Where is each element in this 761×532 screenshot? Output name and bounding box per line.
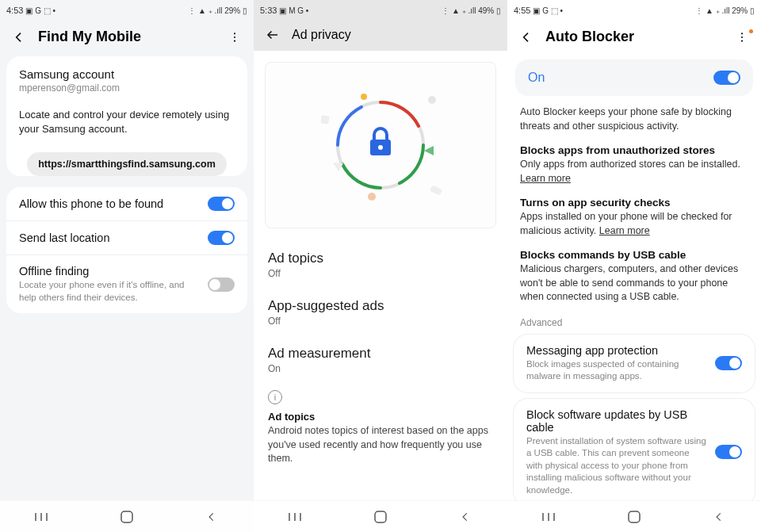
svg-point-0 [234,33,235,34]
section-body: Malicious chargers, computers, and other… [520,262,748,304]
screen-find-my-mobile: 4:53 ▣ G ⬚ • ⋮ ▲ ₊ .ıll 29% ▯ Find My Mo… [0,0,254,532]
account-description: Locate and control your device remotely … [6,105,247,146]
setting-subtitle: Block images suspected of containing mal… [526,358,707,383]
nav-recents-icon[interactable] [542,510,556,524]
more-icon[interactable] [734,29,750,45]
setting-send-last-location[interactable]: Send last location [6,220,247,255]
nav-back-icon[interactable] [458,510,472,524]
nav-home-icon[interactable] [373,510,388,524]
find-url-link[interactable]: https://smartthingsfind.samsung.com [27,152,227,176]
setting-title: Messaging app protection [526,344,707,357]
page-title: Auto Blocker [545,29,723,45]
privacy-hero-image [265,62,496,228]
back-icon[interactable] [265,27,281,43]
back-icon[interactable] [11,29,27,45]
account-title: Samsung account [19,67,235,81]
back-icon[interactable] [518,29,534,45]
learn-more-link[interactable]: Learn more [520,173,571,184]
notification-dot-icon [749,29,753,33]
status-left-icons: ▣ G ⬚ • [25,6,55,15]
nav-back-icon[interactable] [205,510,219,524]
item-ad-topics[interactable]: Ad topics Off [268,243,493,290]
status-time: 4:55 [514,6,530,15]
svg-rect-15 [430,185,442,195]
nav-bar [507,500,761,532]
svg-rect-21 [375,511,386,522]
svg-point-10 [378,145,383,150]
toggle-block-usb-updates[interactable] [715,445,742,459]
footnote-title: Ad topics [268,411,493,423]
svg-point-23 [741,36,743,37]
settings-card: Allow this phone to be found Send last l… [6,187,247,313]
nav-home-icon[interactable] [120,510,134,524]
header: Ad privacy [254,21,507,51]
screen-ad-privacy: 5:33 ▣ M G • ⋮ ▲ ₊ .ıll 49% ▯ Ad privacy [254,0,507,532]
item-subtitle: Off [268,268,493,279]
page-title: Find My Mobile [38,29,216,45]
nav-recents-icon[interactable] [289,510,303,524]
setting-title: Allow this phone to be found [19,197,200,210]
section-body: Apps installed on your phone will be che… [520,210,748,238]
setting-offline-finding[interactable]: Offline finding Locate your phone even i… [6,255,247,313]
nav-bar [0,500,254,532]
item-app-suggested-ads[interactable]: App-suggested ads Off [268,290,493,338]
item-title: Ad topics [268,251,493,266]
page-title: Ad privacy [292,28,496,42]
on-label: On [528,71,545,85]
section-title: Turns on app security checks [520,197,748,209]
item-subtitle: On [268,363,493,374]
status-right-icons: ⋮ ▲ ₊ .ıll 29% ▯ [695,6,755,15]
setting-allow-found[interactable]: Allow this phone to be found [6,187,247,220]
master-toggle-row[interactable]: On [515,59,753,96]
footnote-body: Android notes topics of interest based o… [268,424,493,476]
svg-rect-6 [121,511,132,522]
section-title: Blocks commands by USB cable [520,249,748,261]
account-email: mperenson@gmail.com [19,82,235,94]
header: Auto Blocker [507,21,761,56]
svg-point-1 [234,36,235,37]
svg-rect-28 [629,511,640,522]
svg-rect-16 [320,115,330,124]
account-card[interactable]: Samsung account mperenson@gmail.com Loca… [6,56,247,176]
setting-subtitle: Locate your phone even if it's offline, … [19,279,200,304]
toggle-messaging-protection[interactable] [715,356,742,370]
status-time: 5:33 [260,6,277,15]
setting-title: Send last location [19,232,200,244]
status-bar: 4:53 ▣ G ⬚ • ⋮ ▲ ₊ .ıll 29% ▯ [0,0,254,21]
toggle-send-last-location[interactable] [208,231,235,245]
svg-point-12 [368,193,376,201]
status-left-icons: ▣ G ⬚ • [533,6,563,15]
status-right-icons: ⋮ ▲ ₊ .ıll 49% ▯ [442,6,501,15]
setting-block-usb-updates[interactable]: Block software updates by USB cable Prev… [514,399,755,507]
advanced-header: Advanced [507,316,761,335]
info-icon: i [268,390,282,404]
section-body: Only apps from authorized stores can be … [520,158,748,186]
status-bar: 5:33 ▣ M G • ⋮ ▲ ₊ .ıll 49% ▯ [254,0,507,21]
toggle-offline-finding[interactable] [208,277,235,292]
screen-auto-blocker: 4:55 ▣ G ⬚ • ⋮ ▲ ₊ .ıll 29% ▯ Auto Block… [507,0,761,532]
setting-title: Offline finding [19,265,200,277]
header: Find My Mobile [0,21,254,56]
status-left-icons: ▣ M G • [279,6,308,15]
item-subtitle: Off [268,316,493,327]
svg-marker-13 [424,146,434,155]
svg-point-24 [741,40,743,41]
nav-back-icon[interactable] [712,510,726,524]
section-app-security-checks: Turns on app security checks Apps instal… [520,197,748,238]
more-icon[interactable] [227,29,243,45]
svg-point-22 [741,33,743,34]
learn-more-link[interactable]: Learn more [599,225,650,236]
section-title: Blocks apps from unauthorized stores [520,144,748,156]
status-right-icons: ⋮ ▲ ₊ .ıll 29% ▯ [188,6,247,15]
nav-bar [254,500,507,532]
nav-home-icon[interactable] [627,510,641,524]
toggle-allow-found[interactable] [208,197,235,211]
setting-messaging-protection[interactable]: Messaging app protection Block images su… [514,335,755,392]
status-time: 4:53 [6,6,23,15]
setting-subtitle: Prevent installation of system software … [526,435,707,497]
toggle-auto-blocker[interactable] [713,71,740,85]
nav-recents-icon[interactable] [35,510,49,524]
item-title: Ad measurement [268,346,493,362]
item-ad-measurement[interactable]: Ad measurement On [268,338,493,385]
section-unauthorized-stores: Blocks apps from unauthorized stores Onl… [520,144,748,186]
